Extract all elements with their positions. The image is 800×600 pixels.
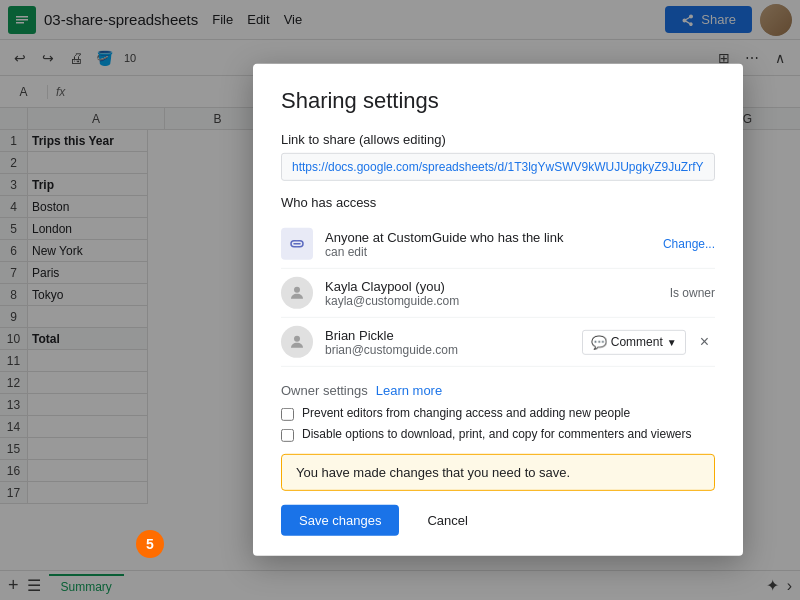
brian-remove-btn[interactable]: ×: [694, 331, 715, 353]
kayla-role: Is owner: [670, 286, 715, 300]
svg-point-4: [294, 287, 300, 293]
link-section-label: Link to share (allows editing): [281, 132, 715, 147]
step-badge: 5: [136, 530, 164, 558]
owner-settings-section: Owner settings Learn more Prevent editor…: [281, 383, 715, 442]
customguide-name: Anyone at CustomGuide who has the link: [325, 229, 663, 244]
brian-email: brian@customguide.com: [325, 342, 582, 356]
customguide-sub: can edit: [325, 244, 663, 258]
brian-avatar: [281, 326, 313, 358]
brian-role-label: Comment: [611, 335, 663, 349]
access-row-customguide: Anyone at CustomGuide who has the link c…: [281, 220, 715, 269]
cancel-button[interactable]: Cancel: [409, 505, 485, 536]
dialog-title: Sharing settings: [281, 88, 715, 114]
access-row-kayla: Kayla Claypool (you) kayla@customguide.c…: [281, 269, 715, 318]
dialog-actions: Save changes Cancel: [281, 505, 715, 536]
link-icon: [281, 228, 313, 260]
owner-settings-header: Owner settings Learn more: [281, 383, 715, 398]
prevent-editors-label: Prevent editors from changing access and…: [302, 406, 630, 420]
checkbox-row-download: Disable options to download, print, and …: [281, 427, 715, 442]
save-changes-button[interactable]: Save changes: [281, 505, 399, 536]
brian-name: Brian Pickle: [325, 327, 582, 342]
disable-download-label: Disable options to download, print, and …: [302, 427, 692, 441]
warning-box: You have made changes that you need to s…: [281, 454, 715, 491]
learn-more-link[interactable]: Learn more: [376, 383, 442, 398]
kayla-avatar: [281, 277, 313, 309]
owner-settings-title: Owner settings: [281, 383, 368, 398]
kayla-name: Kayla Claypool (you): [325, 278, 670, 293]
chevron-down-icon: ▼: [667, 336, 677, 347]
warning-text: You have made changes that you need to s…: [296, 465, 570, 480]
checkbox-row-editors: Prevent editors from changing access and…: [281, 406, 715, 421]
disable-download-checkbox[interactable]: [281, 429, 294, 442]
customguide-info: Anyone at CustomGuide who has the link c…: [325, 229, 663, 258]
comment-icon: 💬: [591, 334, 607, 349]
svg-point-5: [294, 336, 300, 342]
access-row-brian: Brian Pickle brian@customguide.com 💬 Com…: [281, 318, 715, 367]
brian-role-select[interactable]: 💬 Comment ▼: [582, 329, 686, 354]
prevent-editors-checkbox[interactable]: [281, 408, 294, 421]
sharing-settings-dialog: Sharing settings Link to share (allows e…: [253, 64, 743, 556]
kayla-info: Kayla Claypool (you) kayla@customguide.c…: [325, 278, 670, 307]
change-access-link[interactable]: Change...: [663, 237, 715, 251]
who-has-access-label: Who has access: [281, 195, 715, 210]
link-input[interactable]: [281, 153, 715, 181]
kayla-email: kayla@customguide.com: [325, 293, 670, 307]
brian-info: Brian Pickle brian@customguide.com: [325, 327, 582, 356]
